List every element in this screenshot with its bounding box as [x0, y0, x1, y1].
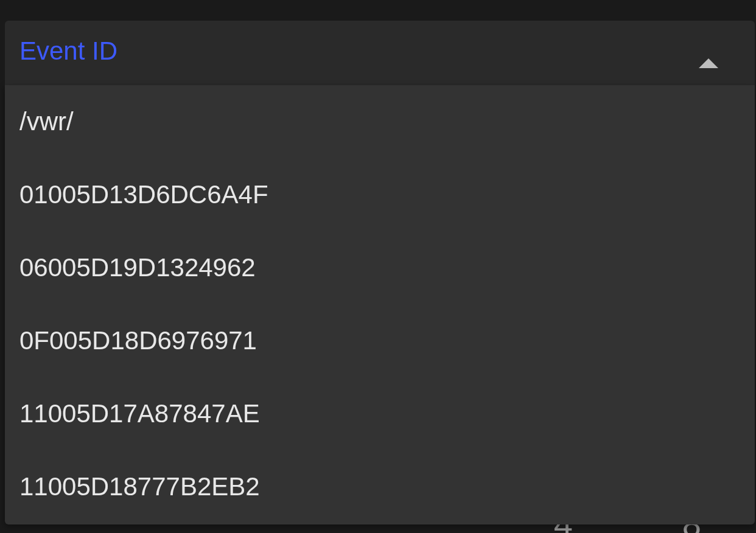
svg-marker-0 [699, 58, 718, 68]
dropdown-item[interactable]: 06005D19D1324962 [5, 231, 755, 304]
dropdown-item[interactable]: 01005D13D6DC6A4F [5, 158, 755, 231]
dropdown-item[interactable]: 11005D17A87847AE [5, 377, 755, 450]
dropdown-label: Event ID [19, 37, 117, 66]
dropdown-item[interactable]: 11005D18777B2EB2 [5, 450, 755, 523]
dropdown-item[interactable]: /vwr/ [5, 85, 755, 158]
dropdown-item[interactable]: 0F005D18D6976971 [5, 304, 755, 377]
event-id-dropdown[interactable]: Event ID [5, 21, 755, 95]
dropdown-list[interactable]: /vwr/ 01005D13D6DC6A4F 06005D19D1324962 … [5, 85, 755, 524]
dropdown-header[interactable]: Event ID [5, 21, 755, 95]
chevron-up-icon [699, 58, 718, 71]
